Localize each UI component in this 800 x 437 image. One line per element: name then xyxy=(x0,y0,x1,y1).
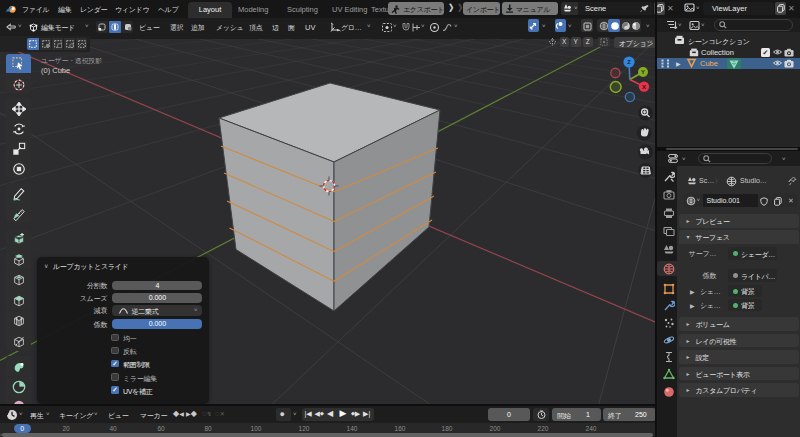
svg-text:Y: Y xyxy=(641,69,645,75)
svg-text:Z: Z xyxy=(627,59,631,65)
svg-text:X: X xyxy=(642,84,646,90)
